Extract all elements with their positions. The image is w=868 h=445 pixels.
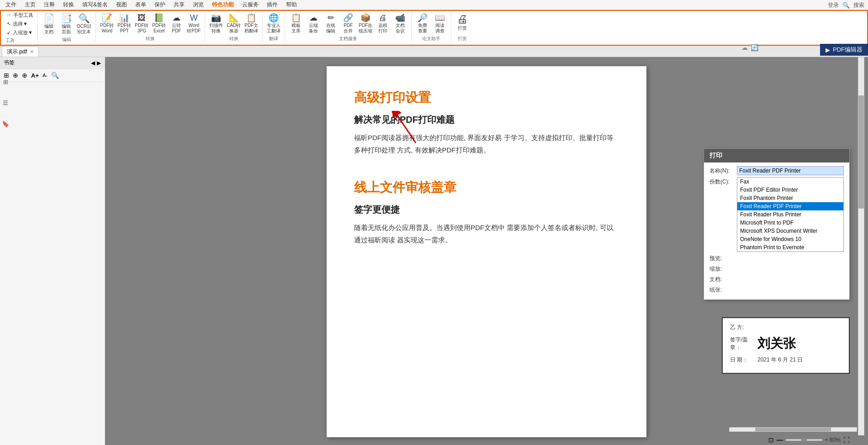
cloud-backup-icon: ☁ [309,14,318,22]
sig-party-row: 乙 方: [730,324,842,331]
online-edit-btn[interactable]: ✏ 在线编辑 [323,13,339,35]
pdf-word-btn[interactable]: 📝 PDF转Word [99,13,115,35]
printer-ms-xps[interactable]: Microsoft XPS Document Writer [737,227,843,235]
left-panel-btn2[interactable]: ☰ [1,97,10,108]
remote-print-btn[interactable]: 🖨 远程打印 [375,13,391,35]
free-check-btn[interactable]: 🔎 免费查重 [414,13,431,35]
zoom-slider-thumb [801,437,807,443]
printer-foxit-phantom[interactable]: Foxit Phantom Printer [737,194,843,202]
cloud-pdf-btn[interactable]: ☁ 云转PDF [168,13,185,35]
pdf-ppt-btn[interactable]: 📊 PDF转PPT [116,13,132,35]
print-buttons: 🖨 打赏 [454,13,471,32]
hand-tool-btn[interactable]: ☞ 手型工具 [5,11,35,19]
pdf-jpg-btn[interactable]: 🖼 PDF转JPG [133,13,150,35]
convert-group-label: 转换 [146,36,155,42]
menu-item-convert[interactable]: 转换 [59,0,78,10]
scan-file-btn[interactable]: 📷 扫描件转换 [208,13,224,35]
zoom-minus-btn[interactable]: — [777,436,783,444]
printer-phantom-evernote[interactable]: Phantom Print to Evernote [737,243,843,251]
print-printer-list[interactable]: Fax Foxit PDF Editor Printer Foxit Phant… [737,177,844,252]
pdf-trans-btn[interactable]: 📋 PDF文档翻译 [243,13,259,35]
sidebar-tool-font-larger-icon[interactable]: A+ [30,71,40,80]
read-check-btn[interactable]: 📖 阅读调查 [432,13,448,35]
menu-item-share[interactable]: 共享 [170,0,188,10]
sidebar-tool-add-icon1[interactable]: ⊕ [12,71,19,80]
pdf-compress-btn[interactable]: 📦 PDF在线压缩 [357,13,374,35]
edit-doc-btn[interactable]: 📄 编辑文档 [41,13,57,36]
zoom-icon: ↙ [7,30,11,36]
zoom-fullscreen-icon[interactable]: ⛶ [843,436,850,444]
translate-buttons: 🌐 专业人工翻译 [265,13,282,35]
print-preview-label: 预览: [709,254,737,262]
print-name-input[interactable] [737,166,844,175]
menu-item-file[interactable]: 文件 [2,0,20,10]
sidebar-content: ⊞ ☰ 🔖 [0,82,105,445]
pdf-editor-button[interactable]: ▶ PDF编辑器 [820,44,868,56]
menu-item-help[interactable]: 帮助 [282,0,301,10]
pro-translate-btn[interactable]: 🌐 专业人工翻译 [265,13,282,35]
read-check-icon: 📖 [435,14,445,22]
menu-item-sign[interactable]: 填写&签名 [79,0,111,10]
tool-group: ☞ 手型工具 ↖ 选择▼ ↙ 入缩放▼ 工具 [3,12,38,43]
zoom-plus-label: + 80% [825,437,841,443]
sig-name-value: 刘关张 [757,335,796,352]
pdf-tab[interactable]: 演示.pdf ✕ [2,47,39,57]
pdf-area: 高级打印设置 解决常见的PDF打印难题 福昕PDF阅读器拥有强大的打印功能, 界… [105,57,868,445]
sidebar-title: 书签 [4,59,15,67]
menu-item-protect[interactable]: 保护 [151,0,169,10]
paper-buttons: 🔎 免费查重 📖 阅读调查 [414,13,448,35]
login-btn[interactable]: 登录 [828,1,839,9]
pdf-excel-btn[interactable]: 📗 PDF转Excel [151,13,167,35]
print-zoom-row: 缩放: [709,264,844,273]
select-tool-btn[interactable]: ↖ 选择▼ [5,20,29,28]
cloud-backup-btn[interactable]: ☁ 云端备份 [305,13,322,35]
menu-item-view[interactable]: 视图 [112,0,131,10]
left-panel-btn1[interactable]: ⊞ [1,76,10,87]
pdf-heading-sig: 线上文件审核盖章 [354,179,619,196]
scan-group-label: 转换 [229,36,238,42]
print-reward-btn[interactable]: 🖨 打赏 [454,13,471,32]
menu-item-plugin[interactable]: 插件 [263,0,281,10]
pdf-merge-btn[interactable]: 🔗 PDF合并 [340,13,356,35]
ocr-btn[interactable]: 🔍 OCR识别文本 [75,13,93,36]
word-pdf-btn[interactable]: W Word转PDF [185,13,202,35]
doc-meeting-btn[interactable]: 📹 文档会议 [392,13,408,35]
pdf-body-sig: 随着无纸化办公应用普及。当遇到使用PDF文档中 需要添加个人签名或者标识时, 可… [354,221,619,246]
menu-bar: 文件 主页 注释 转换 填写&签名 视图 表单 保护 共享 浏览 特色功能 云服… [0,0,868,10]
printer-fax[interactable]: Fax [737,178,843,186]
sig-sign-label: 签字/盖章： [730,336,757,351]
printer-onenote[interactable]: OneNote for Windows 10 [737,235,843,243]
tab-strip: 演示.pdf ✕ ☁ 🔄 [0,46,868,57]
cad-btn[interactable]: 📐 CAD转换器 [225,13,242,35]
menu-item-cloud[interactable]: 云服务 [238,0,262,10]
tab-close-btn[interactable]: ✕ [30,49,34,55]
left-panel-btn3[interactable]: 🔖 [1,118,10,129]
menu-item-form[interactable]: 表单 [132,0,150,10]
search-icon: 🔍 [842,2,850,9]
edit-page-btn[interactable]: 📑 编辑页面 [58,13,74,36]
printer-foxit-plus[interactable]: Foxit Reader Plus Printer [737,210,843,219]
left-panel-icons: ⊞ ☰ 🔖 [0,75,11,130]
sidebar-tool-search-icon[interactable]: 🔍 [50,71,60,80]
sidebar-nav-next-icon[interactable]: ▶ [97,60,101,66]
vertical-scrollbar[interactable] [858,57,864,435]
zoom-page-icon[interactable]: ⊡ [768,436,774,444]
print-group: 🖨 打赏 打赏 [451,12,473,43]
sidebar-nav-prev-icon[interactable]: ◀ [91,60,95,66]
menu-item-annotation[interactable]: 注释 [40,0,58,10]
zoom-controls: ⊡ — + 80% ⛶ [768,436,850,444]
template-btn[interactable]: 📋 模板文库 [288,13,304,35]
sidebar-tool-font-smaller-icon[interactable]: A- [42,72,48,79]
menu-item-browse[interactable]: 浏览 [189,0,207,10]
printer-foxit-editor[interactable]: Foxit PDF Editor Printer [737,186,843,194]
printer-foxit-reader[interactable]: Foxit Reader PDF Printer [737,202,843,210]
menu-item-special[interactable]: 特色功能 [208,0,238,10]
zoom-tool-btn[interactable]: ↙ 入缩放▼ [5,29,34,37]
printer-ms-pdf[interactable]: Microsoft Print to PDF [737,219,843,227]
horizontal-scrollbar[interactable] [729,427,857,432]
menu-item-home[interactable]: 主页 [21,0,39,10]
cloud-sync-icon: ☁ [741,44,748,51]
svg-line-1 [397,115,416,143]
zoom-slider[interactable] [786,439,822,441]
sidebar-tool-add-icon2[interactable]: ⊕ [21,71,28,80]
